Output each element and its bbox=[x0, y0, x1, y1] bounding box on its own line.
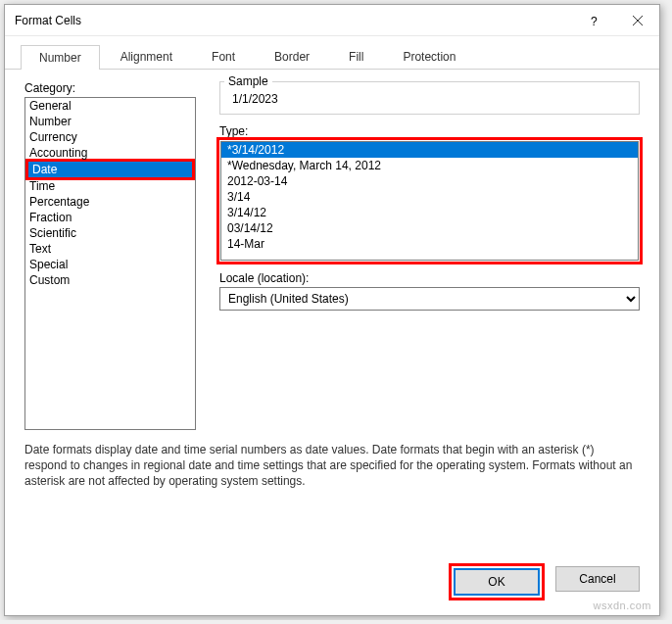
list-item[interactable]: 14-Mar bbox=[221, 236, 638, 252]
list-item[interactable]: Scientific bbox=[25, 225, 195, 241]
list-item[interactable]: *Wednesday, March 14, 2012 bbox=[221, 158, 638, 173]
content-area: Category: General Number Currency Accoun… bbox=[5, 70, 659, 551]
locale-select[interactable]: English (United States) bbox=[219, 287, 640, 311]
list-item[interactable]: Fraction bbox=[25, 210, 195, 225]
type-label: Type: bbox=[219, 124, 640, 138]
list-item[interactable]: Time bbox=[25, 178, 195, 194]
list-item[interactable]: Percentage bbox=[25, 194, 195, 210]
list-item[interactable]: Special bbox=[25, 257, 195, 272]
tab-border[interactable]: Border bbox=[256, 44, 328, 69]
sample-value: 1/1/2023 bbox=[228, 92, 631, 106]
list-item[interactable]: 3/14 bbox=[221, 189, 638, 205]
list-item[interactable]: Custom bbox=[25, 272, 195, 288]
close-button[interactable] bbox=[616, 6, 659, 35]
tabs: Number Alignment Font Border Fill Protec… bbox=[5, 36, 659, 70]
list-item-selected[interactable]: Date bbox=[28, 162, 192, 177]
tab-number[interactable]: Number bbox=[21, 45, 100, 70]
titlebar: Format Cells ? bbox=[5, 5, 659, 36]
tab-protection[interactable]: Protection bbox=[384, 44, 474, 69]
help-button[interactable]: ? bbox=[573, 6, 616, 35]
type-listbox[interactable]: *3/14/2012 *Wednesday, March 14, 2012 20… bbox=[220, 141, 639, 261]
list-item[interactable]: 03/14/12 bbox=[221, 220, 638, 236]
cancel-button[interactable]: Cancel bbox=[555, 566, 640, 592]
format-cells-dialog: Format Cells ? Number Alignment Font Bor… bbox=[4, 4, 660, 616]
list-item[interactable]: Text bbox=[25, 241, 195, 257]
close-icon bbox=[633, 16, 643, 25]
list-item-selected[interactable]: *3/14/2012 bbox=[221, 142, 638, 158]
description-text: Date formats display date and time seria… bbox=[24, 430, 640, 490]
category-listbox[interactable]: General Number Currency Accounting Date … bbox=[24, 97, 196, 430]
ok-button[interactable]: OK bbox=[455, 569, 539, 595]
help-icon: ? bbox=[589, 15, 600, 26]
list-item[interactable]: General bbox=[25, 98, 195, 114]
locale-label: Locale (location): bbox=[219, 271, 640, 285]
button-row: OK Cancel bbox=[5, 551, 659, 615]
tab-fill[interactable]: Fill bbox=[330, 44, 382, 69]
tab-font[interactable]: Font bbox=[193, 44, 254, 69]
dialog-title: Format Cells bbox=[15, 14, 573, 27]
list-item[interactable]: 2012-03-14 bbox=[221, 173, 638, 189]
list-item[interactable]: Number bbox=[25, 114, 195, 129]
svg-text:?: ? bbox=[591, 15, 598, 26]
list-item[interactable]: 3/14/12 bbox=[221, 205, 638, 220]
sample-label: Sample bbox=[224, 74, 272, 88]
category-label: Category: bbox=[24, 81, 196, 95]
list-item[interactable]: Currency bbox=[25, 129, 195, 145]
sample-group: Sample 1/1/2023 bbox=[219, 81, 640, 115]
tab-alignment[interactable]: Alignment bbox=[102, 44, 191, 69]
